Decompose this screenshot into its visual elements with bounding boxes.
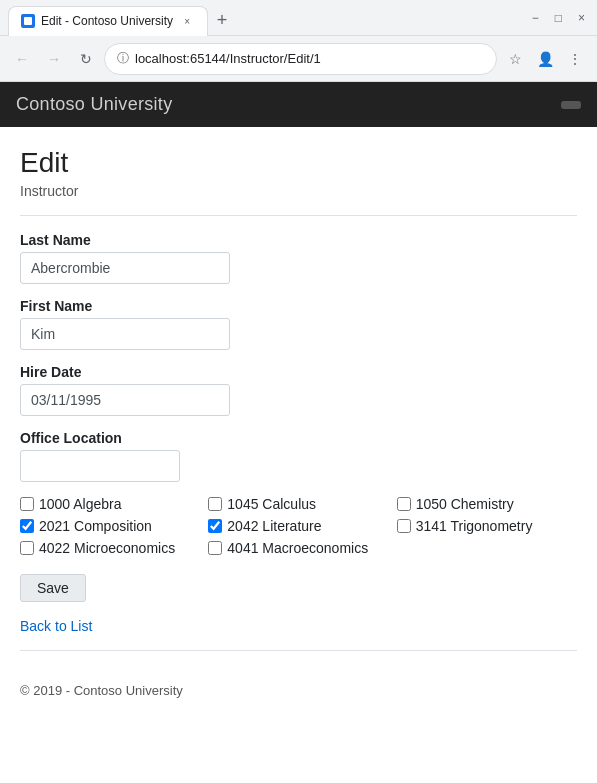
- first-name-label: First Name: [20, 298, 577, 314]
- app-navbar: Contoso University: [0, 82, 597, 127]
- course-checkbox-1045[interactable]: [208, 497, 222, 511]
- bottom-divider: [20, 650, 577, 651]
- hire-date-group: Hire Date: [20, 364, 577, 416]
- url-text: localhost:65144/Instructor/Edit/1: [135, 51, 321, 66]
- course-item-1045: 1045 Calculus: [208, 496, 388, 512]
- last-name-group: Last Name: [20, 232, 577, 284]
- window-close-button[interactable]: ×: [578, 11, 585, 25]
- page-subtitle: Instructor: [20, 183, 577, 199]
- browser-titlebar: Edit - Contoso University × + − □ ×: [0, 0, 597, 36]
- course-label-4022: 4022 Microeconomics: [39, 540, 175, 556]
- navbar-button[interactable]: [561, 101, 581, 109]
- first-name-group: First Name: [20, 298, 577, 350]
- course-item-2021: 2021 Composition: [20, 518, 200, 534]
- section-divider: [20, 215, 577, 216]
- window-controls: − □ ×: [532, 11, 589, 31]
- course-checkbox-4022[interactable]: [20, 541, 34, 555]
- main-content: Edit Instructor Last Name First Name Hir…: [0, 127, 597, 683]
- course-item-1050: 1050 Chemistry: [397, 496, 577, 512]
- last-name-label: Last Name: [20, 232, 577, 248]
- course-checkbox-2021[interactable]: [20, 519, 34, 533]
- course-label-1000: 1000 Algebra: [39, 496, 122, 512]
- course-label-4041: 4041 Macroeconomics: [227, 540, 368, 556]
- first-name-input[interactable]: [20, 318, 230, 350]
- course-item-4022: 4022 Microeconomics: [20, 540, 200, 556]
- toolbar-actions: ☆ 👤 ⋮: [501, 45, 589, 73]
- page-title: Edit: [20, 147, 577, 179]
- course-item-empty: [397, 540, 577, 556]
- copyright-text: © 2019 - Contoso University: [20, 683, 183, 698]
- app-brand: Contoso University: [16, 94, 172, 115]
- footer: © 2019 - Contoso University: [0, 683, 597, 714]
- courses-grid: 1000 Algebra 1045 Calculus 1050 Chemistr…: [20, 496, 577, 556]
- tab-close-icon[interactable]: ×: [179, 13, 195, 29]
- save-button[interactable]: Save: [20, 574, 86, 602]
- hire-date-label: Hire Date: [20, 364, 577, 380]
- menu-icon[interactable]: ⋮: [561, 45, 589, 73]
- course-checkbox-4041[interactable]: [208, 541, 222, 555]
- reload-button[interactable]: ↻: [72, 45, 100, 73]
- office-location-group: Office Location: [20, 430, 577, 482]
- forward-navigation-button[interactable]: →: [40, 45, 68, 73]
- course-label-1050: 1050 Chemistry: [416, 496, 514, 512]
- course-checkbox-2042[interactable]: [208, 519, 222, 533]
- back-to-list-link[interactable]: Back to List: [20, 618, 92, 634]
- new-tab-button[interactable]: +: [208, 7, 236, 35]
- window-maximize-button[interactable]: □: [555, 11, 562, 25]
- course-label-2042: 2042 Literature: [227, 518, 321, 534]
- course-checkbox-1000[interactable]: [20, 497, 34, 511]
- tab-favicon-icon: [21, 14, 35, 28]
- address-bar[interactable]: ⓘ localhost:65144/Instructor/Edit/1: [104, 43, 497, 75]
- browser-tab[interactable]: Edit - Contoso University ×: [8, 6, 208, 36]
- course-item-4041: 4041 Macroeconomics: [208, 540, 388, 556]
- lock-icon: ⓘ: [117, 50, 129, 67]
- account-icon[interactable]: 👤: [531, 45, 559, 73]
- course-item-1000: 1000 Algebra: [20, 496, 200, 512]
- office-location-label: Office Location: [20, 430, 577, 446]
- browser-toolbar: ← → ↻ ⓘ localhost:65144/Instructor/Edit/…: [0, 36, 597, 82]
- bookmark-icon[interactable]: ☆: [501, 45, 529, 73]
- course-item-3141: 3141 Trigonometry: [397, 518, 577, 534]
- window-minimize-button[interactable]: −: [532, 11, 539, 25]
- course-item-2042: 2042 Literature: [208, 518, 388, 534]
- course-checkbox-3141[interactable]: [397, 519, 411, 533]
- hire-date-input[interactable]: [20, 384, 230, 416]
- last-name-input[interactable]: [20, 252, 230, 284]
- course-label-1045: 1045 Calculus: [227, 496, 316, 512]
- course-checkbox-1050[interactable]: [397, 497, 411, 511]
- back-navigation-button[interactable]: ←: [8, 45, 36, 73]
- office-location-input[interactable]: [20, 450, 180, 482]
- course-label-3141: 3141 Trigonometry: [416, 518, 533, 534]
- tab-title: Edit - Contoso University: [41, 14, 173, 28]
- course-label-2021: 2021 Composition: [39, 518, 152, 534]
